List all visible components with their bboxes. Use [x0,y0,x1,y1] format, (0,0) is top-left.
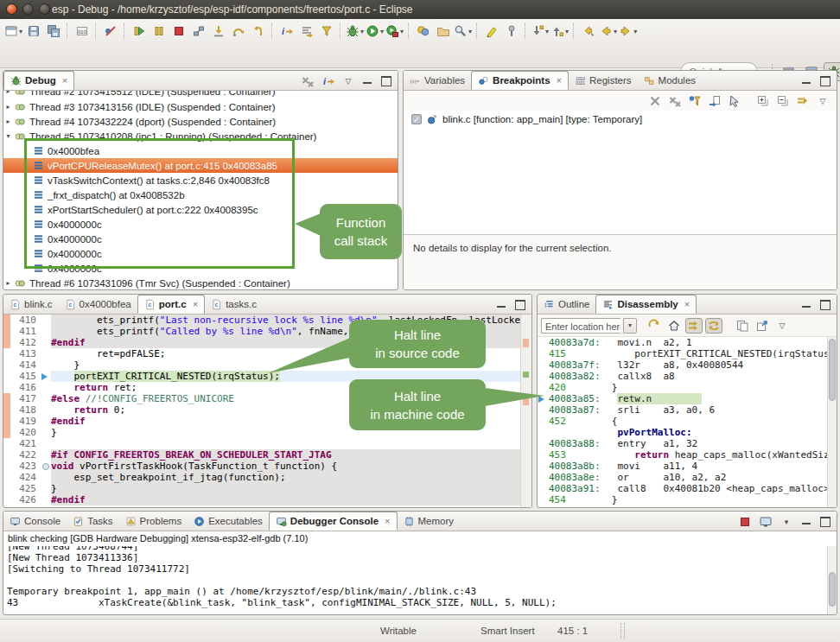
line-number[interactable]: 426 [10,494,41,505]
code-text[interactable]: #endif [51,494,521,505]
fold-marker-icon[interactable] [42,463,49,470]
minimize-button[interactable] [799,73,814,89]
code-text[interactable]: } [51,483,521,494]
thread-row[interactable]: ▸Thread #4 1073432224 (dport) (Suspended… [3,114,398,129]
go-to-pc-home-button[interactable] [665,318,683,334]
source-line-423[interactable]: 423void vPortFirstTaskHook(TaskFunction_… [3,461,521,472]
disassembly-line[interactable]: 452 { [538,416,828,427]
step-over-button[interactable] [228,22,248,41]
maximize-button[interactable] [512,297,528,313]
tab-problems[interactable]: Problems [119,512,188,531]
thread-row[interactable]: ▾Thread #5 1073410208 (ipc1 : Running) (… [3,129,398,143]
disassembly-line[interactable]: 40083a91: call8 0x40081b20 <heap_caps_ma… [538,483,828,494]
thread-row-clipped[interactable]: ▸Thread #2 1073415512 (IDLE) (Suspended … [3,91,398,99]
disassembly-line[interactable]: 40083a7d: movi.n a2, 1 [538,337,828,348]
disassembly-line[interactable]: 40083a82: callx8 a8 [538,371,828,382]
debug-button[interactable]: ▾ [345,22,365,41]
source-line-425[interactable]: 425} [3,483,521,494]
display-selected-console-button[interactable] [757,514,774,530]
source-line-420[interactable]: 420} [3,427,521,438]
console-output[interactable]: [New Thread 1073468744][New Thread 10734… [3,546,828,614]
minimize-button[interactable] [493,297,509,313]
line-number[interactable]: 412 [10,337,41,348]
line-number[interactable]: 421 [10,438,41,449]
disassembly-line[interactable]: 40083a87: srli a3, a0, 6 [538,404,828,416]
tab-debugger-console[interactable]: Debugger Console× [269,512,398,531]
track-expression-button[interactable] [685,318,703,334]
breakpoint-list-item[interactable]: ✓ blink.c [function: app_main] [type: Te… [404,111,837,126]
tab-tasks[interactable]: Tasks [67,512,118,531]
chevron-right-icon[interactable]: ▸ [3,279,13,287]
window-maximize-button[interactable] [39,3,50,15]
thread-row[interactable]: ▸Thread #3 1073413156 (IDLE) (Suspended … [3,99,398,114]
disassembly-line[interactable]: 40083a85: retw.n [538,393,828,404]
disassembly-line[interactable]: 454 } [538,494,828,505]
tab-0x4000bfea[interactable]: 0x4000bfea [59,295,137,314]
maximize-button[interactable] [818,297,833,313]
window-close-button[interactable] [6,3,17,15]
source-line-421[interactable]: 421 [3,438,521,449]
external-tools-button[interactable]: ▾ [385,22,404,41]
stack-frame-row[interactable]: 0x4000000c [3,246,398,261]
disassembly-line[interactable]: 40083a88: entry a1, 32 [538,438,828,449]
code-text[interactable]: } [51,359,521,371]
remove-selected-breakpoints-button[interactable] [646,93,664,109]
thread-row[interactable]: ▸Thread #6 1073431096 (Tmr Svc) (Suspend… [3,276,398,289]
code-text[interactable]: #if CONFIG_FREERTOS_BREAK_ON_SCHEDULER_S… [51,449,521,461]
minimize-button[interactable] [799,514,814,530]
tab-console[interactable]: Console [3,512,67,531]
console-scrollbar[interactable] [827,546,837,614]
mark-occurrences-button[interactable] [481,22,501,41]
forward-button[interactable]: ▾ [618,22,638,41]
code-text[interactable]: ets_printf("Called by %s line %d\n", fnN… [51,326,521,337]
disassembly-line[interactable]: 40083a8e: or a10, a2, a2 [538,472,828,483]
disassembly-line[interactable]: 40083a7f: l32r a8, 0x40080544 [538,359,828,371]
stack-frame-row[interactable]: 0x4000bfea [3,143,398,158]
chevron-right-icon[interactable]: ▸ [3,103,13,111]
line-number[interactable]: 413 [10,348,41,359]
breakpoint-checkbox[interactable]: ✓ [411,114,422,124]
code-text[interactable] [51,438,521,449]
open-resource-button[interactable] [433,22,453,41]
show-breakpoints-supported-button[interactable] [686,93,703,109]
instruction-stepping-button[interactable] [277,22,296,41]
source-line-422[interactable]: 422#if CONFIG_FREERTOS_BREAK_ON_SCHEDULE… [3,449,521,461]
disassembly-line[interactable]: 40083a8b: movi a11, 4 [538,461,828,472]
console-dropdown-button[interactable]: ▾ [778,514,795,530]
disassembly-line[interactable]: pvPortMalloc: [538,427,828,438]
close-icon[interactable]: × [684,299,690,309]
tab-port-c[interactable]: port.c× [137,295,205,314]
pin-view-button[interactable] [754,318,771,334]
code-text[interactable]: #endif [51,416,521,427]
scrollbar-thumb[interactable] [829,339,836,401]
line-number[interactable]: 424 [10,472,41,483]
code-text[interactable]: esp_set_breakpoint_if_jtag(function); [51,472,521,483]
pin-editor-button[interactable] [501,22,521,41]
disassembly-line[interactable]: 415 portEXIT_CRITICAL_NESTED(irqStatus) [538,348,828,359]
stack-frame-row[interactable]: vPortCPUReleaseMutex() at port.c:415 0x4… [3,158,398,173]
stack-frame-row[interactable]: xPortStartScheduler() at port.c:222 0x40… [3,202,398,217]
collapse-all-button[interactable] [774,93,792,109]
line-number[interactable]: 418 [10,404,41,416]
tab-outline[interactable]: Outline [538,295,595,314]
source-editor[interactable]: 410 ets_printf("Last non-recursive lock … [3,315,521,507]
chevron-down-icon[interactable]: ▾ [3,132,13,140]
source-line-424[interactable]: 424 esp_set_breakpoint_if_jtag(function)… [3,472,521,483]
tab-breakpoints[interactable]: Breakpoints× [471,71,569,90]
open-type-button[interactable] [413,22,433,41]
code-text[interactable]: #else //!CONFIG_FREERTOS_UNICORE [51,393,521,404]
skip-all-breakpoints-button[interactable] [726,93,743,109]
line-number[interactable]: 420 [10,427,41,438]
last-edit-location-button[interactable] [578,22,598,41]
tab-registers[interactable]: Registers [569,71,638,90]
disassembly-scrollbar[interactable] [827,337,837,507]
save-button[interactable] [23,22,43,41]
tab-debug[interactable]: Debug × [3,71,74,90]
stack-frame-row[interactable]: 0x4000000c [3,261,398,276]
terminate-console-button[interactable] [736,514,754,530]
code-text[interactable]: } [51,427,521,438]
step-into-button[interactable] [208,22,228,41]
refresh-view-button[interactable] [646,318,663,334]
close-icon[interactable]: × [385,516,390,526]
close-icon[interactable]: × [62,75,67,86]
